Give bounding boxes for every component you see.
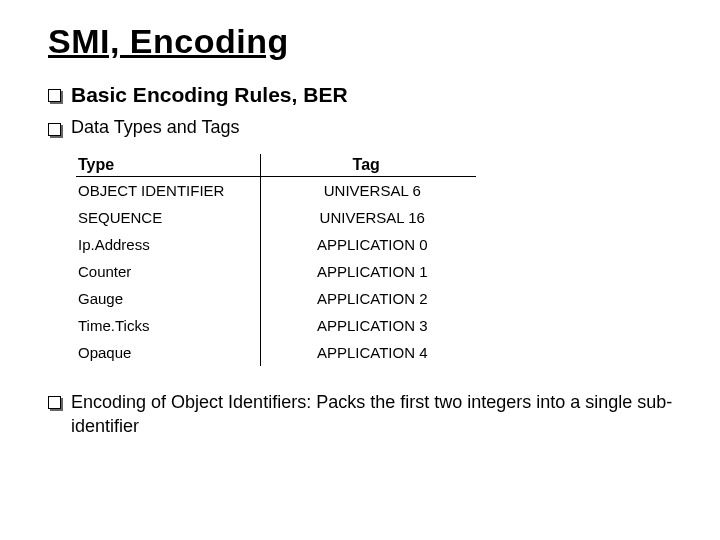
- cell-tag: APPLICATION 0: [260, 231, 476, 258]
- table-body: OBJECT IDENTIFIERUNIVERSAL 6SEQUENCEUNIV…: [76, 177, 476, 367]
- table-row: GaugeAPPLICATION 2: [76, 285, 476, 312]
- bullet-list: Basic Encoding Rules, BER Data Types and…: [48, 83, 680, 439]
- square-bullet-icon: [48, 396, 61, 409]
- cell-tag: APPLICATION 4: [260, 339, 476, 366]
- table-row: OpaqueAPPLICATION 4: [76, 339, 476, 366]
- cell-type: SEQUENCE: [76, 204, 260, 231]
- square-bullet-icon: [48, 123, 61, 136]
- square-bullet-icon: [48, 89, 61, 102]
- bullet-item: Data Types and Tags: [48, 117, 680, 138]
- slide: SMI, Encoding Basic Encoding Rules, BER …: [0, 0, 720, 540]
- cell-type: Time.Ticks: [76, 312, 260, 339]
- table-row: SEQUENCEUNIVERSAL 16: [76, 204, 476, 231]
- table-row: Ip.AddressAPPLICATION 0: [76, 231, 476, 258]
- bullet-item: Encoding of Object Identifiers: Packs th…: [48, 390, 680, 439]
- cell-tag: APPLICATION 3: [260, 312, 476, 339]
- cell-type: Ip.Address: [76, 231, 260, 258]
- table-header-type: Type: [76, 154, 260, 177]
- cell-tag: APPLICATION 1: [260, 258, 476, 285]
- cell-tag: UNIVERSAL 16: [260, 204, 476, 231]
- table-container: Type Tag OBJECT IDENTIFIERUNIVERSAL 6SEQ…: [48, 148, 680, 380]
- table-header-tag: Tag: [260, 154, 476, 177]
- cell-tag: APPLICATION 2: [260, 285, 476, 312]
- bullet-text: Data Types and Tags: [71, 117, 239, 138]
- table-row: CounterAPPLICATION 1: [76, 258, 476, 285]
- cell-type: Counter: [76, 258, 260, 285]
- data-types-table: Type Tag OBJECT IDENTIFIERUNIVERSAL 6SEQ…: [76, 154, 476, 366]
- slide-title: SMI, Encoding: [48, 22, 680, 61]
- table-row: OBJECT IDENTIFIERUNIVERSAL 6: [76, 177, 476, 205]
- bullet-text: Encoding of Object Identifiers: Packs th…: [71, 390, 680, 439]
- table-row: Time.TicksAPPLICATION 3: [76, 312, 476, 339]
- bullet-text: Basic Encoding Rules, BER: [71, 83, 348, 107]
- bullet-item: Basic Encoding Rules, BER: [48, 83, 680, 107]
- cell-tag: UNIVERSAL 6: [260, 177, 476, 205]
- cell-type: Gauge: [76, 285, 260, 312]
- cell-type: OBJECT IDENTIFIER: [76, 177, 260, 205]
- cell-type: Opaque: [76, 339, 260, 366]
